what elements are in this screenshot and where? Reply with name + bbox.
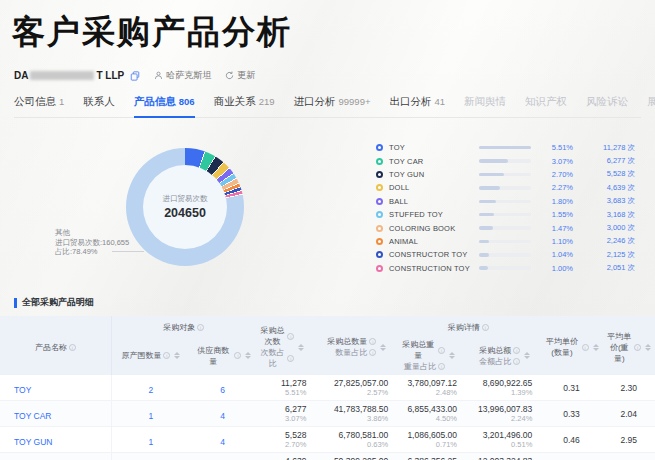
product-link[interactable]: TOY — [14, 385, 31, 395]
supplier-count-link[interactable]: 6 — [220, 385, 225, 395]
legend-dot-icon — [376, 238, 383, 245]
legend-item[interactable]: COLORING BOOK1.47%3,000 次 — [376, 221, 642, 234]
cell-total-amount: 13,996,007.832.24% — [465, 401, 540, 427]
legend-item[interactable]: CONSTRUCTOR TOY1.04%2,125 次 — [376, 248, 642, 261]
cell-total-qty: 50,399,205.004.65% — [314, 453, 396, 460]
tab-product-info[interactable]: 产品信息806 — [134, 95, 195, 117]
supplier-count-link[interactable]: 4 — [220, 437, 225, 447]
legend-pct: 1.80% — [541, 197, 573, 206]
refresh-action[interactable]: 更新 — [225, 69, 255, 82]
info-icon[interactable] — [287, 355, 294, 362]
cell-total-times: 11,2785.51% — [255, 375, 314, 401]
tab-count: 806 — [179, 96, 195, 107]
col-header-avg-price-weight[interactable]: 平均单价(重量) — [603, 316, 655, 375]
legend-name: CONSTRUCTION TOY — [389, 264, 479, 273]
sort-icon[interactable] — [380, 344, 386, 351]
cell-avg-price-weight: 2.04 — [603, 401, 655, 427]
legend-dot-icon — [376, 171, 383, 178]
legend-item[interactable]: TOY CAR3.07%6,277 次 — [376, 154, 642, 167]
info-icon[interactable] — [287, 333, 294, 340]
legend-pct: 2.27% — [541, 183, 573, 192]
info-icon[interactable] — [234, 352, 241, 359]
legend-item[interactable]: CONSTRUCTION TOY1.00%2,051 次 — [376, 262, 642, 275]
legend-count: 3,168 次 — [583, 210, 635, 220]
info-icon[interactable] — [163, 352, 170, 359]
tab-label: 新闻舆情 — [464, 95, 506, 107]
info-icon[interactable] — [513, 347, 520, 354]
col-header-total-qty[interactable]: 采购总数量 数量占比 — [314, 316, 396, 375]
info-icon[interactable] — [369, 349, 376, 356]
info-icon[interactable] — [513, 358, 520, 365]
info-icon[interactable] — [438, 347, 445, 354]
legend-pct: 3.07% — [541, 157, 573, 166]
tab-export-analysis[interactable]: 出口分析41 — [389, 95, 445, 117]
copy-icon[interactable] — [130, 71, 140, 81]
legend-name: TOY CAR — [389, 157, 479, 166]
legend-count: 11,278 次 — [583, 143, 635, 153]
col-header-total-weight[interactable]: 采购总重量 重量占比 — [396, 336, 465, 375]
cell-avg-price-qty: 0.33 — [540, 401, 602, 427]
sort-icon[interactable] — [524, 352, 530, 359]
sort-icon[interactable] — [174, 352, 180, 359]
legend-dot-icon — [376, 198, 383, 205]
tab-company-info[interactable]: 公司信息1 — [14, 95, 64, 117]
tab-contacts[interactable]: 联系人 — [83, 95, 115, 117]
tab-label: 公司信息 — [14, 95, 56, 107]
sort-icon[interactable] — [298, 344, 304, 351]
col-header-origin-countries[interactable]: 原产国数量 — [111, 336, 190, 375]
cell-total-times: 4,6392.27% — [255, 453, 314, 460]
cell-total-amount: 8,690,922.651.39% — [465, 375, 540, 401]
origin-count-link[interactable]: 1 — [149, 411, 154, 421]
table-row: DOLL144,6392.27%50,399,205.004.65%6,386,… — [0, 453, 655, 460]
product-link[interactable]: TOY CAR — [14, 411, 51, 421]
cell-total-qty: 41,783,788.503.86% — [314, 401, 396, 427]
supplier-count-link[interactable]: 4 — [220, 411, 225, 421]
legend-name: TOY — [389, 143, 479, 152]
legend-bar — [479, 200, 531, 204]
sort-icon[interactable] — [645, 344, 651, 351]
info-icon[interactable] — [69, 344, 76, 351]
others-callout: 其他 进口贸易次数:160,655 占比:78.49% — [55, 228, 129, 257]
product-link[interactable]: TOY GUN — [14, 437, 52, 447]
legend-name: BALL — [389, 197, 479, 206]
info-icon[interactable] — [197, 324, 204, 331]
purchase-product-chart-section: 进口贸易次数 204650 其他 进口贸易次数:160,655 占比:78.49… — [0, 118, 655, 290]
info-icon[interactable] — [438, 363, 445, 370]
tab-label: 联系人 — [83, 95, 115, 107]
col-header-total-amount[interactable]: 采购总额 金额占比 — [465, 336, 540, 375]
legend-pct: 2.70% — [541, 170, 573, 179]
col-group-purchase-detail: 采购详情 — [396, 316, 540, 336]
cell-origin-count: 2 — [111, 375, 190, 401]
cell-product: DOLL — [0, 453, 111, 460]
tab-count: 1 — [59, 96, 64, 107]
cell-product: TOY CAR — [0, 401, 111, 427]
col-header-avg-price-qty[interactable]: 平均单价(数量) — [540, 316, 602, 375]
tab-count: 41 — [434, 96, 445, 107]
cell-total-weight: 3,780,097.122.48% — [396, 375, 465, 401]
origin-count-link[interactable]: 1 — [149, 437, 154, 447]
legend-item[interactable]: ANIMAL1.10%2,246 次 — [376, 235, 642, 248]
legend-item[interactable]: TOY GUN2.70%5,528 次 — [376, 168, 642, 181]
info-icon[interactable] — [482, 324, 489, 331]
legend-item[interactable]: TOY5.51%11,278 次 — [376, 141, 642, 154]
origin-count-link[interactable]: 2 — [149, 385, 154, 395]
info-icon[interactable] — [582, 344, 589, 351]
info-icon[interactable] — [634, 344, 641, 351]
tab-business-relations[interactable]: 商业关系219 — [214, 95, 275, 117]
tab-import-analysis[interactable]: 进口分析99999+ — [294, 95, 371, 117]
sort-icon[interactable] — [245, 352, 251, 359]
tab-news: 新闻舆情 — [464, 95, 506, 117]
sort-icon[interactable] — [449, 352, 455, 359]
legend-item[interactable]: DOLL2.27%4,639 次 — [376, 181, 642, 194]
sort-icon[interactable] — [593, 344, 599, 351]
legend-item[interactable]: STUFFED TOY1.55%3,168 次 — [376, 208, 642, 221]
col-header-suppliers[interactable]: 供应商数量 — [190, 336, 256, 375]
info-icon[interactable] — [369, 338, 376, 345]
cell-total-weight: 6,386,356.254.20% — [396, 453, 465, 460]
cell-total-qty: 27,825,057.002.57% — [314, 375, 396, 401]
cell-avg-price-weight: 2.95 — [603, 427, 655, 453]
tab-exhibition-info: 展会信息 — [647, 95, 655, 117]
legend-item[interactable]: BALL1.80%3,683 次 — [376, 195, 642, 208]
cell-avg-price-weight: 1.88 — [603, 453, 655, 460]
col-header-total-times[interactable]: 采购总次数 次数占比 — [255, 316, 314, 375]
